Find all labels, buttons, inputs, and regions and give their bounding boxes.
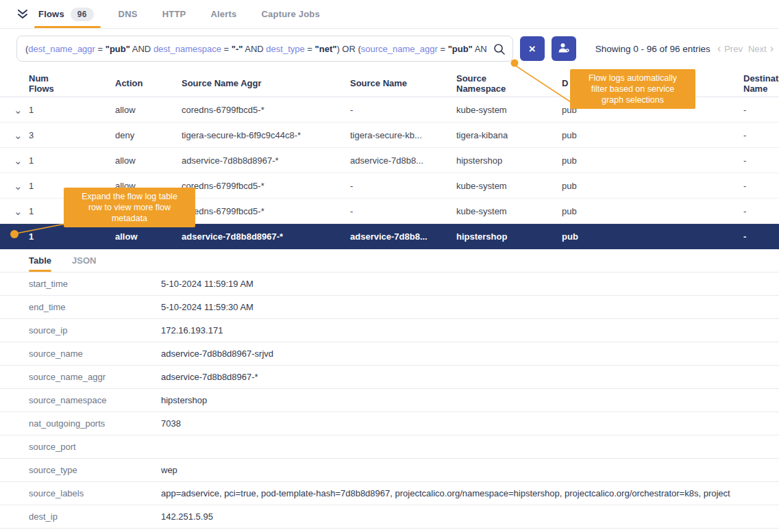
query-segment: =: [221, 44, 232, 54]
callout-filter: Flow logs automaticallyfilter based on s…: [570, 69, 695, 109]
expand-chevron-icon[interactable]: ⌄: [14, 181, 29, 191]
detail-row: source_port: [0, 435, 779, 459]
query-segment: "pub": [106, 44, 130, 54]
tab-label: HTTP: [162, 9, 186, 19]
flow-cell: coredns-6799fbcd5-*: [182, 206, 350, 216]
column-header: Source Name: [350, 78, 456, 88]
expand-chevron-icon[interactable]: ⌄: [14, 155, 29, 166]
flow-cell: allow: [115, 105, 182, 115]
column-header: DestinationName: [743, 73, 779, 94]
flow-cell: -: [350, 206, 456, 216]
detail-key: source_port: [29, 442, 161, 452]
flow-cell: 1: [29, 105, 115, 115]
query-segment: =: [438, 44, 448, 54]
column-header: NumFlows: [29, 73, 115, 94]
flow-cell: tigera-kibana: [456, 130, 562, 140]
tab-dns[interactable]: DNS: [106, 0, 150, 28]
flow-cell: adservice-7d8b8...: [350, 231, 456, 242]
entries-count: Showing 0 - 96 of 96 entries: [595, 44, 710, 54]
expand-chevron-icon[interactable]: ⌄: [14, 130, 29, 140]
expand-chevron-icon[interactable]: ⌄: [14, 105, 29, 115]
tab-count-badge: 96: [71, 8, 94, 21]
column-header-line: Source Name Aggr: [182, 78, 345, 88]
callout-line: graph selections: [576, 94, 690, 105]
flow-cell: kube-system: [456, 105, 562, 115]
main-tabs: Flows96DNSHTTPAlertsCapture Jobs: [38, 0, 332, 28]
flow-cell: pub: [562, 155, 743, 166]
query-segment: =: [305, 44, 315, 54]
column-header-line: Action: [115, 78, 176, 88]
detail-rows: start_time5-10-2024 11:59:19 AMend_time5…: [0, 273, 779, 529]
filter-query-text: (dest_name_aggr = "pub" AND dest_namespa…: [25, 44, 486, 54]
tab-label: DNS: [119, 9, 138, 19]
flow-cell: hipstershop: [456, 155, 562, 166]
query-segment: source_name_aggr: [361, 44, 438, 54]
detail-value: 5-10-2024 11:59:19 AM: [161, 279, 779, 289]
detail-key: source_type: [29, 465, 161, 475]
flow-cell: 1: [29, 155, 115, 166]
detail-key: nat_outgoing_ports: [29, 418, 161, 429]
detail-row: end_time5-10-2024 11:59:30 AM: [0, 296, 779, 319]
detail-value: wep: [161, 465, 779, 475]
flow-cell: -: [743, 155, 779, 166]
chevron-left-icon: ‹: [717, 43, 721, 54]
tab-label: Alerts: [210, 9, 236, 19]
flow-cell: allow: [115, 155, 182, 166]
query-segment: ) OR (: [336, 44, 360, 54]
close-icon: ×: [529, 43, 536, 55]
collapse-all-rows-icon[interactable]: [16, 0, 29, 28]
detail-row: start_time5-10-2024 11:59:19 AM: [0, 273, 779, 296]
flow-logs-panel: Flows96DNSHTTPAlertsCapture Jobs (dest_n…: [0, 0, 779, 532]
flow-cell: allow: [115, 231, 182, 242]
flow-row[interactable]: ⌄1allowadservice-7d8b8d8967-*adservice-7…: [0, 148, 779, 173]
user-gear-icon: [557, 41, 571, 57]
detail-tab-table[interactable]: Table: [29, 249, 51, 272]
detail-tab-json[interactable]: JSON: [72, 249, 96, 272]
detail-key: end_time: [29, 302, 161, 312]
chevron-right-icon: ›: [770, 43, 774, 54]
callout-line: Expand the flow log table: [69, 191, 190, 202]
column-header: Source Name Aggr: [182, 78, 350, 88]
detail-key: source_ip: [29, 325, 161, 335]
flow-cell: -: [743, 181, 779, 191]
detail-row: source_name_aggradservice-7d8b8d8967-*: [0, 366, 779, 389]
tab-http[interactable]: HTTP: [150, 0, 199, 28]
flow-cell: adservice-7d8b8...: [350, 155, 456, 166]
flow-cell: kube-system: [456, 181, 562, 191]
query-segment: AND: [130, 44, 153, 54]
clear-filter-button[interactable]: ×: [520, 36, 545, 61]
expand-chevron-icon[interactable]: ⌄: [14, 206, 29, 216]
flow-cell: pub: [562, 130, 743, 140]
detail-key: source_name_aggr: [29, 372, 161, 382]
tab-flows[interactable]: Flows96: [38, 0, 106, 28]
tab-capture-jobs[interactable]: Capture Jobs: [249, 0, 332, 28]
detail-value: app=adservice, pci=true, pod-template-ha…: [161, 488, 779, 498]
search-icon[interactable]: [493, 42, 506, 59]
query-segment: "-": [232, 44, 243, 54]
callout-expand: Expand the flow log tablerow to view mor…: [64, 188, 195, 227]
flow-cell: coredns-6799fbcd5-*: [182, 181, 350, 191]
tab-label: Flows: [38, 9, 64, 19]
detail-tabs: TableJSON: [0, 249, 779, 273]
query-segment: =: [95, 44, 106, 54]
flow-row[interactable]: ⌄3denytigera-secure-kb-6f9c9c44c8-*tiger…: [0, 123, 779, 148]
next-page-button[interactable]: Next ›: [748, 43, 774, 54]
detail-key: source_name: [29, 349, 161, 359]
prev-page-button[interactable]: ‹ Prev: [717, 43, 743, 54]
next-label: Next: [748, 44, 767, 54]
query-segment: "net": [315, 44, 337, 54]
toolbar: (dest_name_aggr = "pub" AND dest_namespa…: [0, 29, 779, 70]
tab-alerts[interactable]: Alerts: [198, 0, 249, 28]
tab-label: Capture Jobs: [261, 9, 319, 19]
filter-query-input[interactable]: (dest_name_aggr = "pub" AND dest_namespa…: [16, 36, 513, 62]
query-segment: dest_type: [266, 44, 304, 54]
top-tab-bar: Flows96DNSHTTPAlertsCapture Jobs: [0, 0, 779, 29]
user-settings-button[interactable]: [552, 36, 576, 61]
detail-key: start_time: [29, 279, 161, 289]
flow-row[interactable]: 1allowadservice-7d8b8d8967-*adservice-7d…: [0, 224, 779, 249]
detail-value: adservice-7d8b8d8967-srjvd: [161, 349, 779, 359]
detail-row: source_ip172.16.193.171: [0, 319, 779, 342]
column-header-line: Destination: [743, 73, 774, 84]
detail-row: source_namespacehipstershop: [0, 389, 779, 412]
flow-cell: coredns-6799fbcd5-*: [182, 105, 350, 115]
